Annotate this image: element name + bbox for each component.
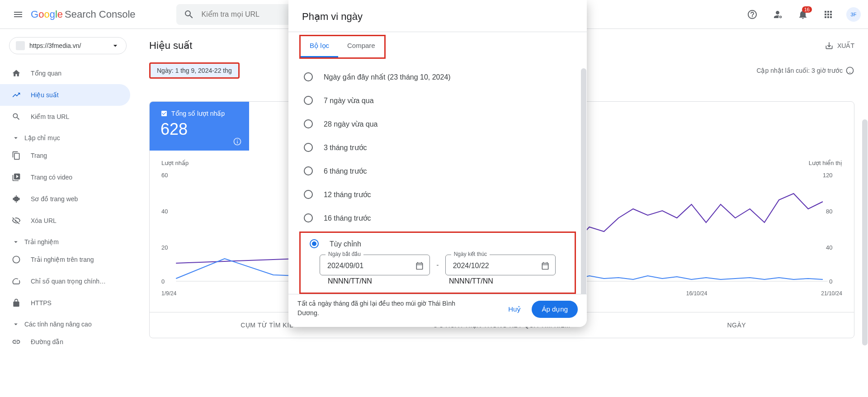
end-date-label: Ngày kết thúc <box>451 251 490 257</box>
radio-12m[interactable]: 12 tháng trước <box>299 183 576 206</box>
end-date-hint: NNNN/TT/NN <box>441 277 556 285</box>
timezone-note: Tất cả ngày tháng đã ghi lại đều theo mú… <box>297 299 460 318</box>
radio-custom[interactable]: Tùy chỉnh <box>305 237 570 248</box>
radio-6m[interactable]: 6 tháng trước <box>299 159 576 183</box>
radio-28d[interactable]: 28 ngày vừa qua <box>299 112 576 136</box>
calendar-icon[interactable] <box>541 261 550 270</box>
radio-7d[interactable]: 7 ngày vừa qua <box>299 89 576 112</box>
start-date-field[interactable]: Ngày bắt đầu <box>320 255 430 275</box>
start-date-hint: NNNN/TT/NN <box>320 277 434 285</box>
start-date-input[interactable] <box>327 262 382 270</box>
modal-title: Phạm vi ngày <box>288 0 587 27</box>
calendar-icon[interactable] <box>415 261 424 270</box>
date-range-modal: Phạm vi ngày Bộ lọc Compare Ngày gần đây… <box>288 0 587 327</box>
modal-tab-compare[interactable]: Compare <box>338 36 384 57</box>
radio-16m[interactable]: 16 tháng trước <box>299 206 576 230</box>
end-date-input[interactable] <box>453 262 507 270</box>
apply-button[interactable]: Áp dụng <box>532 301 578 318</box>
radio-most-recent[interactable]: Ngày gần đây nhất (23 tháng 10, 2024) <box>299 65 576 89</box>
radio-3m[interactable]: 3 tháng trước <box>299 136 576 159</box>
start-date-label: Ngày bắt đầu <box>326 251 363 257</box>
end-date-field[interactable]: Ngày kết thúc <box>445 255 556 275</box>
cancel-button[interactable]: Huỷ <box>502 302 527 317</box>
modal-scrollbar[interactable] <box>580 68 587 294</box>
modal-tab-filter[interactable]: Bộ lọc <box>301 36 338 57</box>
